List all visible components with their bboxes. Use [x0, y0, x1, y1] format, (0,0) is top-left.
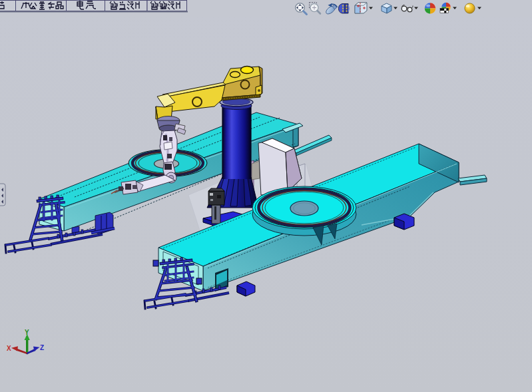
svg-text:X: X [7, 345, 11, 352]
svg-text:Z: Z [40, 344, 44, 351]
svg-text:Y: Y [25, 329, 29, 336]
